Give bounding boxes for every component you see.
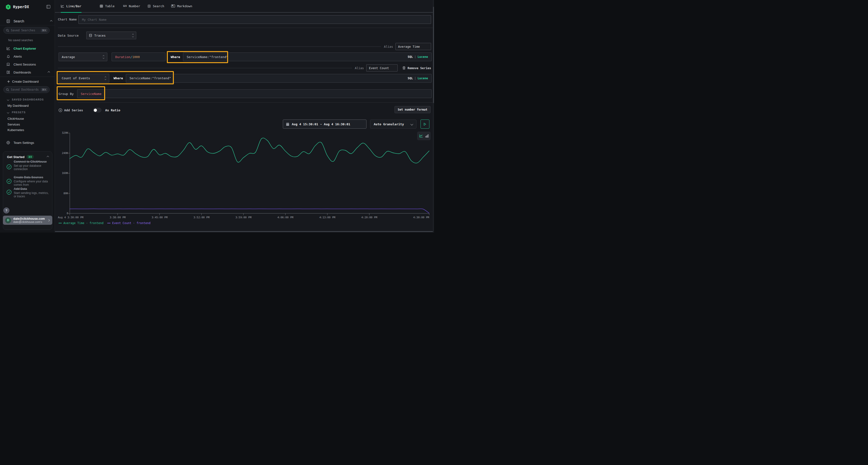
legend-item[interactable]: Average Time · frontend — [59, 222, 103, 225]
view-tabs: Line/Bar Table 123 Number Search M↓ Ma — [55, 0, 434, 13]
sidebar: HyperDX Search Saved Searches ⌘K No save… — [0, 0, 55, 232]
y-axis-labels: 080K160K240K320K — [58, 0, 68, 232]
series-2-alias-row: Alias Event Count Remove Series — [58, 64, 431, 72]
data-source-select[interactable]: Traces — [86, 32, 136, 39]
magnifier-icon — [6, 29, 9, 32]
tab-number[interactable]: 123 Number — [123, 0, 140, 13]
select-chevrons-icon — [105, 77, 106, 80]
task-subtitle: Set up your database connection — [14, 164, 50, 171]
tab-markdown[interactable]: M↓ Markdown — [171, 0, 192, 13]
saved-searches-placeholder: Saved Searches — [11, 29, 41, 32]
sidebar-item-label: Alerts — [13, 55, 22, 58]
sidebar-item-kubernetes[interactable]: Kubernetes — [7, 128, 24, 132]
x-tick-label: 3:59:00 PM — [236, 216, 251, 219]
sidebar-item-client-sessions[interactable]: Client Sessions — [0, 61, 55, 67]
task-subtitle: Configure where your data comes from — [14, 180, 51, 187]
collapse-sidebar-icon[interactable] — [46, 5, 51, 9]
chevron-down-icon — [410, 123, 413, 125]
search-section-label: Search — [13, 19, 24, 23]
lucene-mode-button[interactable]: Lucene — [417, 55, 428, 59]
saved-dashboards-header[interactable]: SAVED DASHBOARDS — [7, 98, 44, 101]
chart-explorer-main: Line/Bar Table 123 Number Search M↓ Ma — [55, 0, 434, 232]
remove-series-button[interactable]: Remove Series — [407, 66, 431, 70]
series-1-alias-input[interactable]: Average Time — [396, 43, 431, 50]
app-logo[interactable]: HyperDX — [6, 4, 29, 10]
time-range-value: Aug 4 15:30:01 - Aug 4 16:30:01 — [292, 122, 350, 126]
mode-separator: | — [414, 77, 416, 80]
sql-mode-button[interactable]: SQL — [408, 55, 413, 59]
where-value: ServiceName:"frontend" — [187, 55, 228, 59]
as-ratio-toggle[interactable] — [93, 108, 101, 112]
task-subtitle: Start sending logs, metrics, or traces — [14, 191, 51, 198]
plus-icon — [7, 80, 10, 83]
sidebar-item-clickhouse[interactable]: ClickHouse — [7, 117, 24, 121]
sidebar-item-alerts[interactable]: Alerts — [0, 53, 55, 60]
series-line-1 — [70, 138, 429, 163]
task-add-data[interactable]: Add Data Start sending logs, metrics, or… — [14, 187, 51, 198]
x-tick-label: 4:20:00 PM — [361, 216, 377, 219]
y-tick-label: 320K — [62, 131, 68, 135]
task-create-data-sources[interactable]: Create Data Sources Configure where your… — [14, 176, 51, 187]
hyperdx-app: HyperDX Search Saved Searches ⌘K No save… — [0, 0, 434, 232]
horizontal-scrollbar[interactable] — [55, 231, 434, 232]
sidebar-item-dashboards[interactable]: Dashboards — [0, 69, 55, 75]
magnifier-icon — [6, 88, 9, 91]
legend-dash-icon — [59, 223, 62, 223]
vertical-scrollbar[interactable] — [433, 0, 434, 232]
x-tick-label: 3:52:00 PM — [194, 216, 210, 219]
alias-value: Average Time — [398, 45, 420, 48]
set-number-format-button[interactable]: Set number format — [395, 106, 431, 113]
sidebar-item-label: Team Settings — [13, 141, 34, 144]
sidebar-item-team-settings[interactable]: Team Settings — [0, 139, 55, 146]
series-2-alias-input[interactable]: Event Count — [366, 64, 398, 72]
x-tick-label: 3:45:00 PM — [152, 216, 167, 219]
series-line-2 — [70, 209, 429, 213]
group-by-value: ServiceName — [81, 92, 101, 96]
tab-table[interactable]: Table — [100, 0, 115, 13]
get-started-header[interactable]: Get Started 3/3 — [7, 155, 49, 159]
no-saved-searches-text: No saved searches — [8, 38, 33, 42]
series-1-value-expression-input[interactable]: Duration/1000 — [112, 53, 165, 61]
lucene-mode-button[interactable]: Lucene — [417, 77, 428, 80]
time-range-picker[interactable]: Aug 4 15:30:01 - Aug 4 16:30:01 — [283, 120, 367, 129]
granularity-value: Auto Granularity — [374, 122, 404, 126]
presets-header-label: PRESETS — [12, 111, 26, 114]
gear-icon — [6, 141, 10, 144]
tab-line-bar[interactable]: Line/Bar — [61, 0, 82, 13]
chart-legend[interactable]: Average Time · frontendEvent Count · fro… — [59, 222, 151, 225]
granularity-select[interactable]: Auto Granularity — [370, 120, 416, 129]
tab-label: Search — [153, 4, 164, 8]
y-tick-label: 80K — [63, 192, 68, 195]
tab-search[interactable]: Search — [148, 0, 164, 13]
scrollbar-thumb[interactable] — [433, 7, 434, 103]
table-icon — [100, 5, 103, 8]
line-chart-type-icon[interactable] — [419, 134, 423, 138]
sidebar-section-search[interactable]: Search — [6, 19, 52, 23]
chart-name-input[interactable]: My Chart Name — [79, 15, 431, 24]
saved-dashboards-input[interactable]: Saved Dashboards ⌘K — [3, 86, 50, 93]
series-1-where-input[interactable]: ServiceName:"frontend" SQL|Lucene — [183, 53, 432, 61]
chart-plot-area[interactable] — [70, 133, 429, 213]
presets-header[interactable]: PRESETS — [7, 111, 26, 114]
check-circle-icon — [6, 164, 11, 169]
x-tick-label: 4:06:00 PM — [277, 216, 293, 219]
group-by-input[interactable]: ServiceName — [77, 89, 432, 98]
sidebar-item-chart-explorer[interactable]: Chart Explorer — [0, 45, 55, 52]
legend-item[interactable]: Event Count · frontend — [107, 222, 151, 225]
sidebar-item-my-dashboard[interactable]: My Dashboard — [7, 104, 29, 107]
divider — [58, 102, 434, 103]
search-doc-icon — [6, 19, 10, 23]
help-button[interactable]: ? — [3, 207, 9, 213]
shortcut-badge: ⌘K — [41, 88, 48, 92]
series-2-where-input[interactable]: ServiceName:"frontend" SQL|Lucene — [126, 74, 432, 82]
user-menu[interactable]: D dale@clickhouse.com dale@clickhouse.co… — [3, 215, 52, 225]
task-connect-clickhouse[interactable]: Connect to ClickHouse Set up your databa… — [14, 160, 50, 171]
saved-searches-input[interactable]: Saved Searches ⌘K — [3, 27, 50, 34]
bar-chart-type-icon[interactable] — [425, 134, 429, 138]
run-query-button[interactable] — [421, 120, 429, 129]
sql-mode-button[interactable]: SQL — [408, 77, 413, 80]
select-chevrons-icon — [103, 56, 104, 59]
create-dashboard-button[interactable]: Create Dashboard — [7, 80, 38, 84]
saved-dashboards-placeholder: Saved Dashboards — [11, 88, 41, 91]
sidebar-item-services[interactable]: Services — [7, 123, 20, 126]
